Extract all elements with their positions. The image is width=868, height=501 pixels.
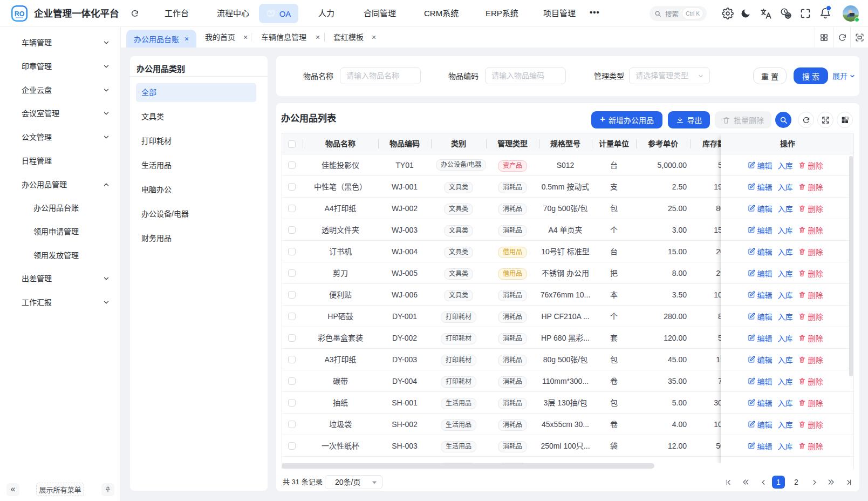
svg-text:RO: RO — [15, 10, 25, 18]
